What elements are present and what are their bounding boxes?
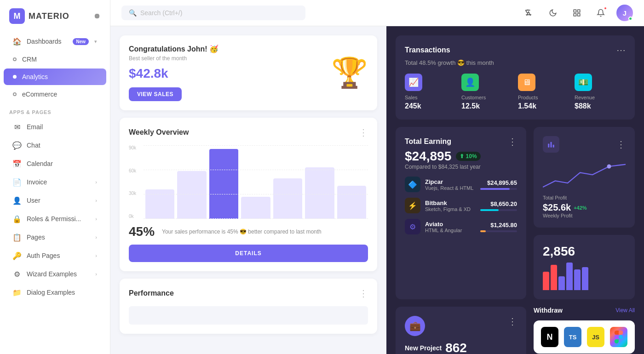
search-bar[interactable]: 🔍 Search (Ctrl+/)	[121, 6, 305, 20]
svg-rect-3	[578, 14, 580, 16]
sidebar-item-dashboards[interactable]: 🏠 Dashboards New ▾	[4, 33, 106, 50]
sidebar-item-chat[interactable]: 💬 Chat	[4, 137, 106, 154]
stat-bar	[574, 269, 581, 290]
more-options-icon[interactable]: ⋮	[359, 288, 368, 299]
earning-sub-text: HTML & Angular	[425, 228, 476, 233]
dot-icon	[13, 75, 17, 79]
sidebar-item-ecommerce[interactable]: eCommerce	[4, 86, 106, 103]
progress-bar-wrap	[480, 230, 517, 232]
trophy-emoji: 🏆	[331, 56, 368, 90]
profit-sublabel: Weekly Profit	[543, 213, 626, 218]
sidebar-item-crm[interactable]: CRM	[4, 51, 106, 68]
bell-icon[interactable]	[592, 5, 609, 21]
chart-label-60k: 60k	[129, 168, 136, 173]
new-badge: New	[73, 38, 89, 45]
customers-icon: 👤	[461, 74, 479, 91]
chevron-right-icon: ›	[95, 253, 97, 258]
withdraw-view-all[interactable]: View All	[615, 307, 635, 314]
sidebar-item-label: CRM	[22, 56, 97, 63]
profit-amount: $25.6k	[543, 202, 571, 213]
sidebar-item-auth[interactable]: 🔑 Auth Pages ›	[4, 247, 106, 264]
moon-icon[interactable]	[545, 5, 561, 21]
earning-amount-right: $24,895.65	[480, 179, 517, 190]
sidebar-item-label: Invoice	[27, 178, 90, 186]
congrats-title: Congratulations John! 🥳	[129, 45, 218, 53]
earning-item-zipcar: 🔷 Zipcar Vuejs, React & HTML $24,895.65	[405, 177, 517, 192]
weekly-overview-header: Weekly Overview ⋮	[129, 127, 368, 138]
trans-item-revenue: 💵 Revenue $88k	[575, 74, 626, 110]
tech-logos-col: Withdraw View All N TS JS	[534, 307, 635, 354]
nextjs-logo: N	[541, 327, 558, 347]
earning-name: Bitbank	[425, 200, 476, 206]
stat-bar	[558, 276, 565, 290]
sidebar-item-roles[interactable]: 🔒 Roles & Permissi... ›	[4, 210, 106, 228]
earning-info: Bitbank Sketch, Figma & XD	[425, 200, 476, 212]
svg-rect-6	[553, 145, 554, 148]
progress-bar-fill	[480, 230, 486, 232]
user-icon: 👤	[13, 196, 21, 205]
sidebar-item-analytics[interactable]: Analytics	[4, 69, 106, 85]
trans-label: Sales	[405, 95, 456, 100]
total-profit-card: ⋮ Total Profit $25.6k +42% Weekly Profit	[534, 127, 635, 228]
details-button[interactable]: DETAILS	[129, 245, 368, 262]
sidebar-item-user[interactable]: 👤 User ›	[4, 192, 106, 209]
sidebar-item-calendar[interactable]: 📅 Calendar	[4, 155, 106, 172]
earning-item-bitbank: ⚡ Bitbank Sketch, Figma & XD $8,650.20	[405, 198, 517, 213]
avatar[interactable]: J	[616, 5, 633, 21]
chevron-right-icon: ›	[95, 216, 97, 222]
svg-rect-4	[548, 144, 549, 148]
tech-logos: N TS JS	[534, 320, 635, 354]
grid-icon[interactable]	[569, 5, 585, 21]
transactions-subtitle-text: Total 48.5% growth	[405, 59, 456, 66]
sidebar-item-invoice[interactable]: 📄 Invoice ›	[4, 173, 106, 191]
withdraw-header: Withdraw View All	[534, 307, 635, 314]
svg-rect-0	[574, 10, 576, 12]
earning-amount-val: $8,650.20	[480, 200, 517, 207]
new-project-card: 💼 ⋮ New Project 862 -18% Ye...	[396, 307, 526, 354]
more-options-icon[interactable]: ⋮	[508, 316, 517, 327]
earning-amount-right: $8,650.20	[480, 200, 517, 211]
chat-icon: 💬	[13, 141, 21, 149]
dot-icon	[13, 57, 17, 61]
weekly-percentage: 45%	[129, 224, 155, 239]
congrats-left: Congratulations John! 🥳 Best seller of t…	[129, 45, 218, 101]
new-project-header: 💼 ⋮	[405, 316, 517, 341]
weekly-overview-title: Weekly Overview	[129, 128, 189, 137]
bar-chart-icon	[543, 136, 559, 153]
more-options-icon[interactable]: ⋮	[359, 127, 368, 138]
sidebar-item-dialog[interactable]: 📁 Dialog Examples	[4, 284, 106, 301]
sidebar-item-pages[interactable]: 📋 Pages ›	[4, 228, 106, 246]
chart-bar	[177, 171, 206, 219]
earning-comparison: Compared to $84,325 last year	[405, 164, 517, 170]
view-sales-button[interactable]: VIEW SALES	[129, 87, 182, 101]
email-icon: ✉	[13, 123, 21, 131]
chart-bar	[337, 186, 366, 219]
earning-amount-val: $24,895.65	[480, 179, 517, 186]
sidebar-record-icon[interactable]: ⏺	[93, 12, 101, 20]
main-content: 🔍 Search (Ctrl+/) J	[110, 0, 644, 354]
more-options-icon[interactable]: ⋮	[508, 136, 517, 147]
total-earning-card: Total Earning ⋮ $24,895 ⬆ 10% Compared t…	[396, 127, 526, 299]
chevron-right-icon: ›	[95, 198, 97, 203]
more-options-icon[interactable]: ⋯	[616, 45, 626, 56]
translate-icon[interactable]	[521, 5, 537, 21]
sidebar-item-label: Dashboards	[27, 38, 67, 45]
congrats-card: Congratulations John! 🥳 Best seller of t…	[120, 35, 377, 110]
products-icon: 🖥	[518, 74, 535, 91]
congrats-amount: $42.8k	[129, 66, 218, 81]
total-earning-title: Total Earning	[405, 137, 451, 146]
sidebar-item-email[interactable]: ✉ Email	[4, 118, 106, 136]
earning-amount-right: $1,245.80	[480, 222, 517, 232]
typescript-logo: TS	[564, 327, 581, 347]
svg-rect-2	[574, 14, 576, 16]
trans-item-products: 🖥 Products 1.54k	[518, 74, 569, 110]
trans-label: Revenue	[575, 95, 626, 100]
transactions-subtitle: Total 48.5% growth 😎 this month	[405, 59, 626, 66]
sidebar-item-label: Analytics	[22, 73, 97, 80]
progress-bar-wrap	[480, 209, 517, 211]
chart-bar-active	[209, 149, 238, 219]
more-options-icon[interactable]: ⋮	[616, 139, 626, 150]
sidebar-item-wizard[interactable]: ⚙ Wizard Examples ›	[4, 265, 106, 283]
chart-labels: 90k 60k 30k 0k	[129, 145, 136, 219]
sidebar-item-label: Email	[27, 123, 97, 131]
